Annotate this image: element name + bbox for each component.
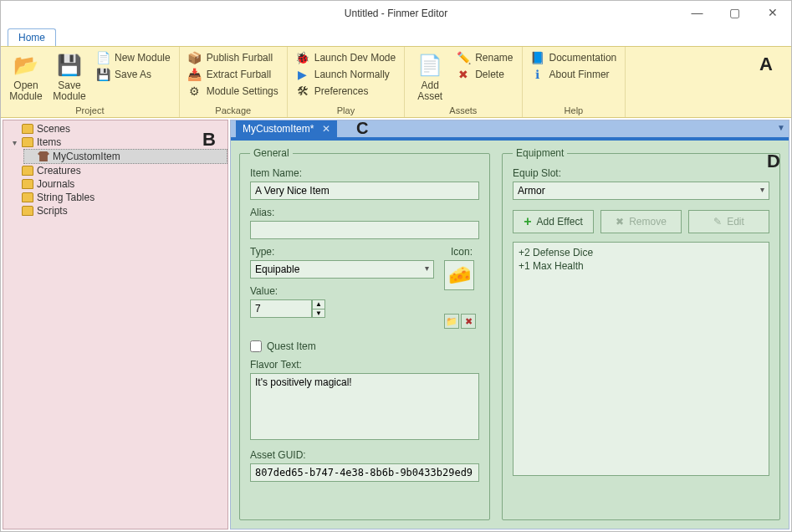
asset-tree[interactable]: B Scenes ▾Items MyCustomItem Creatures J… xyxy=(3,120,228,529)
add-asset-icon: 📄 xyxy=(416,52,443,79)
open-module-button[interactable]: 📂 Open Module xyxy=(6,50,46,104)
armor-icon xyxy=(38,151,49,161)
delete-button[interactable]: ✖Delete xyxy=(453,67,516,82)
value-stepper[interactable]: ▲▼ xyxy=(250,299,434,318)
add-effect-button[interactable]: +Add Effect xyxy=(513,210,594,233)
save-module-button[interactable]: 💾 Save Module xyxy=(49,50,89,104)
icon-preview: 🧀 xyxy=(444,260,474,290)
label-quest-item: Quest Item xyxy=(267,340,316,352)
minimize-button[interactable]: — xyxy=(678,1,716,24)
pencil-icon: ✎ xyxy=(713,216,722,228)
save-as-button[interactable]: 💾Save As xyxy=(93,67,174,82)
label-item-name: Item Name: xyxy=(250,167,479,179)
preferences-button[interactable]: 🛠Preferences xyxy=(293,84,399,99)
publish-furball-button[interactable]: 📦Publish Furball xyxy=(185,50,282,65)
gear-icon: ⚙ xyxy=(188,84,202,98)
group-label-project: Project xyxy=(6,104,174,117)
label-value: Value: xyxy=(250,285,434,297)
tab-overflow-icon[interactable]: ▼ xyxy=(777,123,785,132)
overlay-b: B xyxy=(202,129,216,151)
launch-dev-button[interactable]: 🐞Launch Dev Mode xyxy=(293,50,399,65)
editor-pane: MyCustomItem* ✕ C ▼ D General Item Name:… xyxy=(230,120,789,529)
launch-normal-button[interactable]: ▶Launch Normally xyxy=(293,67,399,82)
package-up-icon: 📦 xyxy=(188,51,202,64)
tree-item-mycustomitem[interactable]: MyCustomItem xyxy=(23,149,227,164)
new-module-button[interactable]: 📄New Module xyxy=(93,50,174,65)
ribbon-group-package: 📦Publish Furball 📥Extract Furball ⚙Modul… xyxy=(180,47,288,117)
tree-stringtables[interactable]: String Tables xyxy=(8,191,227,204)
group-label-assets: Assets xyxy=(410,104,516,117)
book-icon: 📘 xyxy=(531,51,544,64)
maximize-button[interactable]: ▢ xyxy=(716,1,754,24)
delete-icon: ✖ xyxy=(457,68,470,81)
value-input[interactable] xyxy=(250,299,312,318)
extract-furball-button[interactable]: 📥Extract Furball xyxy=(185,67,282,82)
quest-item-checkbox[interactable] xyxy=(250,340,262,352)
tree-items[interactable]: ▾Items xyxy=(8,136,227,149)
main-area: B Scenes ▾Items MyCustomItem Creatures J… xyxy=(1,118,791,531)
form-area: D General Item Name: Alias: Type: Equipa… xyxy=(231,137,789,529)
label-flavor: Flavor Text: xyxy=(250,359,479,371)
folder-icon xyxy=(22,124,33,134)
effect-row[interactable]: +1 Max Health xyxy=(519,259,764,273)
tree-journals[interactable]: Journals xyxy=(8,177,227,191)
tree-scripts[interactable]: Scripts xyxy=(8,204,227,217)
collapse-icon[interactable]: ▾ xyxy=(10,138,18,147)
item-name-input[interactable] xyxy=(250,182,479,200)
folder-icon xyxy=(22,192,33,202)
package-down-icon: 📥 xyxy=(188,68,202,81)
legend-equipment: Equipment xyxy=(513,147,567,159)
label-equip-slot: Equip Slot: xyxy=(513,167,769,179)
title-bar: Untitled - Finmer Editor — ▢ ✕ xyxy=(1,1,791,26)
effects-list[interactable]: +2 Defense Dice +1 Max Health xyxy=(513,242,769,476)
remove-icon: ✖ xyxy=(616,216,624,228)
group-label-help: Help xyxy=(528,104,621,117)
legend-general: General xyxy=(250,147,293,159)
save-as-icon: 💾 xyxy=(96,68,110,81)
info-icon: ℹ xyxy=(531,68,544,81)
module-settings-button[interactable]: ⚙Module Settings xyxy=(185,84,282,99)
label-type: Type: xyxy=(250,246,434,258)
folder-icon xyxy=(22,137,33,147)
type-select[interactable]: Equipable xyxy=(250,260,434,279)
window-title: Untitled - Finmer Editor xyxy=(345,8,447,19)
window-controls: — ▢ ✕ xyxy=(678,1,791,24)
remove-effect-button[interactable]: ✖Remove xyxy=(600,210,682,233)
spin-up-icon[interactable]: ▲ xyxy=(313,300,324,309)
rename-button[interactable]: ✏️Rename xyxy=(453,50,516,65)
documentation-button[interactable]: 📘Documentation xyxy=(528,50,621,65)
ribbon: A 📂 Open Module 💾 Save Module 📄New Modul… xyxy=(1,46,791,118)
spin-down-icon[interactable]: ▼ xyxy=(313,309,324,318)
ribbon-group-assets: 📄 Add Asset ✏️Rename ✖Delete Assets xyxy=(405,47,522,117)
overlay-d: D xyxy=(767,151,780,172)
icon-browse-button[interactable]: 📁 xyxy=(444,314,459,329)
overlay-c: C xyxy=(356,119,368,138)
ribbon-group-play: 🐞Launch Dev Mode ▶Launch Normally 🛠Prefe… xyxy=(288,47,405,117)
edit-effect-button[interactable]: ✎Edit xyxy=(688,210,769,233)
tree-scenes[interactable]: Scenes xyxy=(8,122,227,136)
icon-clear-button[interactable]: ✖ xyxy=(461,314,476,329)
overlay-a: A xyxy=(759,54,773,75)
folder-icon xyxy=(22,179,33,189)
wrench-icon: 🛠 xyxy=(296,84,309,98)
close-button[interactable]: ✕ xyxy=(754,1,791,24)
plus-icon: + xyxy=(524,214,531,229)
equip-slot-select[interactable]: Armor xyxy=(513,182,769,200)
ribbon-tabstrip: Home xyxy=(1,26,791,46)
close-tab-icon[interactable]: ✕ xyxy=(322,123,330,135)
flavor-text-input[interactable]: It's positively magical! xyxy=(250,373,479,440)
ribbon-group-help: 📘Documentation ℹAbout Finmer Help xyxy=(523,47,626,117)
about-button[interactable]: ℹAbout Finmer xyxy=(528,67,621,82)
add-asset-button[interactable]: 📄 Add Asset xyxy=(410,50,450,104)
tree-creatures[interactable]: Creatures xyxy=(8,164,227,177)
panel-equipment: Equipment Equip Slot: Armor +Add Effect … xyxy=(502,147,780,520)
tab-home[interactable]: Home xyxy=(8,28,56,46)
effect-row[interactable]: +2 Defense Dice xyxy=(519,246,764,259)
alias-input[interactable] xyxy=(250,221,479,239)
label-icon: Icon: xyxy=(444,246,479,258)
rename-icon: ✏️ xyxy=(457,51,470,64)
asset-guid-field xyxy=(250,463,479,482)
doc-tab-mycustomitem[interactable]: MyCustomItem* ✕ xyxy=(236,120,337,137)
play-icon: ▶ xyxy=(296,68,309,81)
panel-general: General Item Name: Alias: Type: Equipabl… xyxy=(239,147,490,520)
